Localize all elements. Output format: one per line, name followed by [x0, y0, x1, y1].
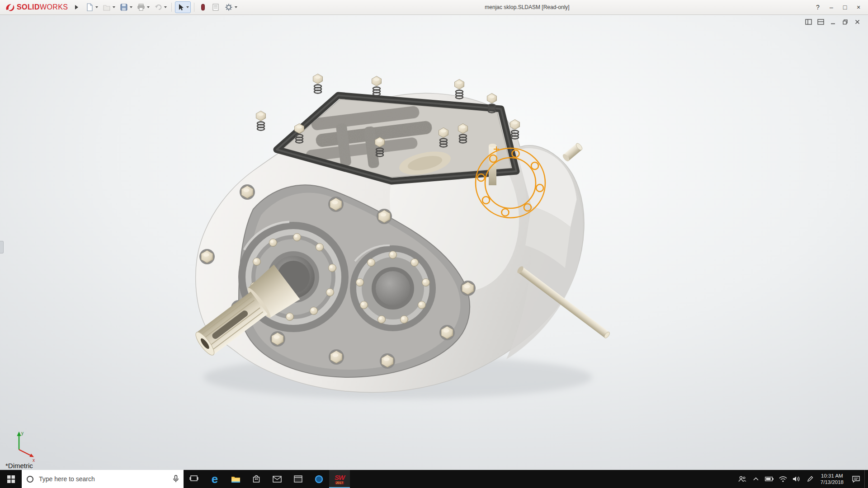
doc-minimize-button[interactable] — [829, 19, 836, 25]
store-button[interactable] — [246, 470, 267, 488]
new-document-icon — [85, 3, 94, 12]
document-title: menjac sklop.SLDASM [Read-only] — [485, 4, 569, 10]
battery-icon — [765, 477, 774, 481]
mail-icon — [273, 476, 282, 483]
action-center-button[interactable] — [847, 470, 864, 488]
cortana-icon — [26, 475, 34, 483]
solidworks-version-badge: 2017 — [335, 481, 344, 484]
cad-scene[interactable]: y x — [0, 15, 868, 470]
taskbar-search[interactable] — [22, 470, 184, 488]
app-window-controls: ? – □ × — [811, 1, 865, 13]
dropdown-caret-icon[interactable] — [113, 6, 115, 8]
windows-ink-button[interactable] — [803, 470, 817, 488]
print-icon — [137, 3, 146, 12]
help-button[interactable]: ? — [811, 1, 825, 13]
action-center-icon — [852, 476, 860, 483]
maximize-button[interactable]: □ — [838, 1, 852, 13]
print-button[interactable] — [135, 1, 151, 13]
logo-text-solid: SOLID — [17, 3, 40, 11]
solidworks-logo: SOLIDWORKS — [5, 3, 68, 12]
undo-button[interactable] — [152, 1, 168, 13]
volume-button[interactable] — [790, 470, 803, 488]
edge-icon: e — [212, 473, 218, 485]
hidden-icons-button[interactable] — [749, 470, 763, 488]
task-view-button[interactable] — [184, 470, 204, 488]
menu-expand-arrow-icon[interactable] — [75, 5, 78, 9]
task-view-icon — [189, 475, 198, 483]
new-document-button[interactable] — [84, 1, 99, 13]
solidworks-logo-mark — [5, 3, 15, 12]
mail-button[interactable] — [267, 470, 288, 488]
clock-date: 7/13/2018 — [821, 479, 844, 485]
quick-access-toolbar — [84, 1, 239, 13]
logo-text-works: WORKS — [40, 3, 68, 11]
undo-icon — [154, 3, 163, 12]
open-folder-icon — [102, 3, 111, 12]
feature-tree-collapse-tab[interactable] — [0, 241, 4, 253]
network-button[interactable] — [776, 470, 790, 488]
dropdown-caret-icon[interactable] — [186, 6, 189, 8]
close-button[interactable]: × — [852, 1, 865, 13]
file-properties-button[interactable] — [210, 1, 222, 13]
output-cover[interactable] — [350, 245, 436, 331]
dropdown-caret-icon[interactable] — [95, 6, 98, 8]
file-properties-icon — [211, 3, 220, 12]
document-window-controls — [805, 19, 861, 25]
dropdown-caret-icon[interactable] — [147, 6, 150, 8]
window-pane-icon[interactable] — [805, 19, 812, 25]
solidworks-taskbar-button[interactable]: SW 2017 — [329, 470, 350, 488]
pen-icon — [807, 476, 813, 482]
circular-app-button[interactable] — [308, 470, 329, 488]
taskbar-spacer — [350, 470, 736, 488]
start-button[interactable] — [0, 470, 22, 488]
taskbar-clock[interactable]: 10:31 AM 7/13/2018 — [817, 470, 847, 488]
toolbar-separator — [194, 3, 194, 12]
select-cursor-icon — [177, 3, 185, 11]
solidworks-app-icon: SW — [335, 474, 344, 481]
save-button[interactable] — [118, 1, 134, 13]
dropdown-caret-icon[interactable] — [130, 6, 132, 8]
appearance-icon — [199, 3, 207, 12]
search-input[interactable] — [38, 475, 169, 483]
wifi-icon — [779, 476, 787, 482]
save-icon — [119, 3, 128, 12]
windows-logo-icon — [7, 475, 15, 483]
app-window-button[interactable] — [288, 470, 308, 488]
clock-time: 10:31 AM — [821, 473, 843, 479]
file-explorer-icon — [231, 475, 241, 483]
show-desktop-button[interactable] — [864, 470, 868, 488]
solidworks-application: SOLIDWORKS — [0, 0, 868, 488]
app-window-icon — [294, 475, 302, 483]
appearance-button[interactable] — [198, 1, 208, 13]
toolbar-separator — [171, 3, 172, 12]
speaker-icon — [793, 476, 800, 482]
minimize-button[interactable]: – — [825, 1, 838, 13]
circular-app-icon — [315, 475, 323, 483]
window-pane-icon[interactable] — [817, 19, 824, 25]
gear-icon — [224, 3, 233, 12]
select-tool-button[interactable] — [175, 1, 191, 13]
windows-taskbar: e — [0, 470, 868, 488]
microphone-icon[interactable] — [173, 475, 179, 483]
graphics-viewport[interactable]: y x *Dimetric — [0, 15, 868, 470]
titlebar: SOLIDWORKS — [0, 0, 868, 15]
store-icon — [252, 475, 260, 483]
doc-close-button[interactable] — [854, 19, 861, 25]
file-explorer-button[interactable] — [225, 470, 246, 488]
battery-button[interactable] — [763, 470, 776, 488]
open-document-button[interactable] — [101, 1, 117, 13]
people-icon — [738, 476, 746, 482]
chevron-up-icon — [753, 477, 759, 481]
dropdown-caret-icon[interactable] — [235, 6, 237, 8]
people-button[interactable] — [736, 470, 749, 488]
view-orientation-label: *Dimetric — [5, 462, 33, 469]
dropdown-caret-icon[interactable] — [164, 6, 167, 8]
triad-y-label: y — [21, 431, 24, 436]
options-button[interactable] — [223, 1, 239, 13]
doc-restore-button[interactable] — [841, 19, 849, 25]
edge-browser-button[interactable]: e — [204, 470, 225, 488]
